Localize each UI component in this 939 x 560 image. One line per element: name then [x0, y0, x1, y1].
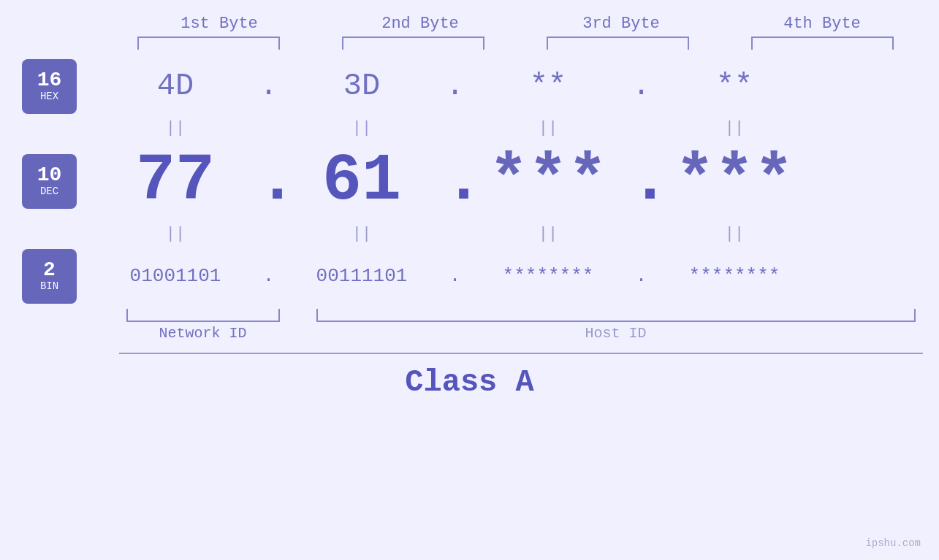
bin-dot-2: . — [435, 265, 475, 287]
dec-dot-2: . — [435, 144, 475, 218]
bin-dot-3: . — [621, 265, 661, 287]
hex-dot-2: . — [435, 69, 475, 104]
badges-column: 16 HEX 10 DEC 2 BIN — [0, 57, 102, 305]
byte-label-4: 4th Byte — [742, 15, 902, 33]
dec-badge-wrapper: 10 DEC — [22, 141, 77, 221]
eq1-b2: || — [289, 119, 435, 137]
byte-label-1: 1st Byte — [139, 15, 300, 33]
class-footer-line — [119, 353, 923, 354]
hex-b2: 3D — [289, 69, 435, 104]
equals-row-1: || || || || — [102, 115, 939, 141]
top-bracket-4 — [751, 37, 894, 50]
dec-dot-3: . — [621, 144, 661, 218]
network-bracket — [126, 309, 280, 322]
host-id-label: Host ID — [316, 325, 916, 342]
hex-row: 4D . 3D . ** . ** — [102, 57, 939, 115]
dec-badge-label: DEC — [40, 185, 58, 197]
hex-badge-label: HEX — [40, 91, 58, 102]
top-bracket-3 — [547, 37, 689, 50]
content-rows: 16 HEX 10 DEC 2 BIN — [0, 57, 939, 305]
hex-b3: ** — [475, 69, 621, 104]
equals-row-2: || || || || — [102, 221, 939, 247]
byte-headers: 1st Byte 2nd Byte 3rd Byte 4th Byte — [119, 15, 923, 33]
data-grid: 4D . 3D . ** . ** — [102, 57, 939, 305]
class-label-area: Class A — [0, 365, 939, 400]
bin-badge-label: BIN — [40, 280, 58, 292]
hex-b1: 4D — [102, 69, 248, 104]
bin-badge-wrapper: 2 BIN — [22, 247, 77, 305]
top-bracket-1 — [137, 37, 280, 50]
dec-badge-number: 10 — [37, 165, 62, 185]
eq1-b4: || — [661, 119, 807, 137]
bin-b2: 00111101 — [289, 265, 435, 287]
bin-dot-1: . — [248, 265, 289, 287]
watermark: ipshu.com — [865, 537, 921, 549]
dec-row: 77 . 61 . *** . *** — [102, 141, 939, 221]
class-label: Class A — [405, 365, 533, 400]
hex-dot-3: . — [621, 69, 661, 104]
hex-b4: ** — [661, 69, 807, 104]
main-container: 1st Byte 2nd Byte 3rd Byte 4th Byte 16 H… — [0, 0, 939, 560]
eq2-b3: || — [475, 225, 621, 243]
byte-label-3: 3rd Byte — [541, 15, 702, 33]
dec-b1: 77 — [102, 144, 248, 218]
hex-dot-1: . — [248, 69, 289, 104]
eq1-b3: || — [475, 119, 621, 137]
top-bracket-2 — [342, 37, 484, 50]
hex-badge-wrapper: 16 HEX — [22, 57, 77, 115]
network-id-label: Network ID — [126, 325, 280, 342]
eq2-b2: || — [289, 225, 435, 243]
bin-b3: ******** — [475, 265, 621, 287]
dec-badge: 10 DEC — [22, 154, 77, 209]
bottom-bracket-area: Network ID Host ID — [119, 309, 923, 349]
eq1-b1: || — [102, 119, 248, 137]
dec-b2: 61 — [289, 144, 435, 218]
dec-b4: *** — [661, 144, 807, 218]
byte-label-2: 2nd Byte — [340, 15, 501, 33]
dec-b3: *** — [475, 144, 621, 218]
host-bracket — [316, 309, 916, 322]
bin-badge-number: 2 — [43, 260, 56, 280]
hex-badge: 16 HEX — [22, 59, 77, 114]
eq2-b1: || — [102, 225, 248, 243]
bin-b1: 01001101 — [102, 265, 248, 287]
hex-badge-number: 16 — [37, 70, 62, 91]
eq2-b4: || — [661, 225, 807, 243]
dec-dot-1: . — [248, 144, 289, 218]
bin-badge: 2 BIN — [22, 249, 77, 304]
bin-b4: ******** — [661, 265, 807, 287]
bin-row: 01001101 . 00111101 . ******** . — [102, 247, 939, 305]
